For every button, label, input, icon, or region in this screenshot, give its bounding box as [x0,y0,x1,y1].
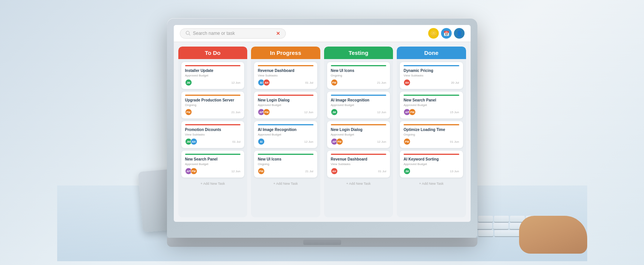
avatar: PM [190,168,197,175]
task-card[interactable]: New Search PanelApproved BudgetAPPM15 Ju… [400,92,463,118]
task-title: AI Image Recognition [258,127,313,132]
avatar: JM [185,79,192,86]
avatar: JM [331,109,338,115]
avatar: PM [336,138,343,145]
task-date: 01 Jul [232,140,240,143]
laptop-base [167,238,477,247]
avatar: AH [190,138,197,145]
task-card[interactable]: Upgrade Production ServerOngoingPM21 Jun [181,92,245,118]
task-card[interactable]: Revenue DashboardView SubtasksAH01 Jul [327,151,390,178]
avatar: JM [404,168,410,175]
card-footer: AH01 Jul [331,168,387,175]
task-date: 12 Jun [231,81,240,84]
search-box[interactable]: Search name or task ✕ [180,28,286,39]
card-stripe [331,154,387,155]
key[interactable] [478,230,493,236]
column-done: DoneDynamic PricingView SubtasksAH20 Jul… [397,47,466,217]
card-footer: APPM12 Jun [258,109,313,115]
task-card[interactable]: New UI IconsOngoingPM21 Jun [327,62,390,89]
task-subtitle: Ongoing [185,103,241,107]
add-task-button-todo[interactable]: + Add New Task [181,180,245,187]
task-card[interactable]: AI Image RecognitionApproved BudgetJM12 … [327,92,390,118]
task-subtitle: Approved Budget [258,133,313,136]
top-bar: Search name or task ✕ 🪙 📅 👤 [174,25,471,42]
task-title: New UI Icons [331,68,387,73]
task-date: 21 Jun [231,111,240,114]
task-subtitle: Approved Budget [185,74,241,77]
task-subtitle: View Subtasks [331,162,387,166]
task-date: 01 Jun [450,140,459,143]
avatar-group: JM [185,79,190,86]
task-title: New Login Dialog [331,127,387,132]
add-task-button-done[interactable]: + Add New Task [400,180,463,187]
add-task-button-testing[interactable]: + Add New Task [327,180,390,187]
task-card[interactable]: Revenue DashboardView SubtasksAIAH01 Jul [254,62,317,89]
card-footer: APPM12 Jun [185,168,241,175]
avatar: AH [404,79,410,86]
task-card[interactable]: New Login DialogApproved BudgetAPPM12 Ju… [327,121,390,148]
task-date: 21 Jun [377,81,386,84]
card-footer: AH20 Jul [404,79,459,86]
card-stripe [404,154,459,155]
kanban-board: To DoInstaller UpdateApproved BudgetJM12… [174,42,471,222]
avatar-group: JM [404,168,409,175]
screen: Search name or task ✕ 🪙 📅 👤 To DoInstall… [174,25,471,222]
task-card[interactable]: Installer UpdateApproved BudgetJM12 Jun [181,62,245,89]
card-stripe [258,95,313,96]
card-footer: PM21 Jun [331,79,387,86]
task-title: Revenue Dashboard [258,68,313,73]
task-subtitle: Approved Budget [185,162,241,166]
column-header-inprogress: In Progress [251,47,320,59]
avatar: AH [331,168,338,175]
task-title: New UI Icons [258,157,313,162]
task-card[interactable]: Optimize Loading TimeOngoingPM01 Jun [400,121,463,148]
task-card[interactable]: New Login DialogApproved BudgetAPPM12 Ju… [254,92,317,118]
task-card[interactable]: Promotion DicountsView SubtasksJMAH01 Ju… [181,121,245,148]
card-footer: APPM15 Jun [404,109,459,115]
task-date: 20 Jul [451,81,459,84]
task-card[interactable]: Dynamic PricingView SubtasksAH20 Jul [400,62,463,89]
card-footer: PM01 Jun [404,138,459,145]
task-title: Installer Update [185,68,241,73]
card-footer: PM21 Jul [258,168,313,175]
avatar-group: JMAH [185,138,196,145]
avatar-group: AH [404,79,409,86]
add-task-button-inprogress[interactable]: + Add New Task [254,180,317,187]
trackpad[interactable] [303,240,341,245]
task-date: 12 Jun [231,170,240,173]
card-stripe [404,65,459,66]
key[interactable] [493,223,508,229]
card-stripe [404,95,459,96]
task-title: New Search Panel [185,157,241,162]
avatar: AH [263,79,270,86]
card-stripe [185,124,241,125]
task-card[interactable]: AI Image RecognitionApproved BudgetAI12 … [254,121,317,148]
task-title: AI Image Recognition [331,98,387,103]
task-date: 12 Jun [304,140,313,143]
calendar-icon[interactable]: 📅 [441,28,452,39]
svg-line-1 [189,34,190,35]
user-avatar-icon[interactable]: 👤 [454,28,465,39]
column-todo: To DoInstaller UpdateApproved BudgetJM12… [178,47,248,217]
column-testing: TestingNew UI IconsOngoingPM21 JunAI Ima… [324,47,393,217]
card-stripe [185,65,241,66]
task-card[interactable]: New Search PanelApproved BudgetAPPM12 Ju… [181,151,245,178]
task-title: Upgrade Production Server [185,98,241,103]
avatar-group: JM [331,109,336,115]
task-card[interactable]: New UI IconsOngoingPM21 Jul [254,151,317,178]
top-icons-group: 🪙 📅 👤 [428,28,465,39]
task-title: Revenue Dashboard [331,157,387,162]
search-clear-button[interactable]: ✕ [276,31,280,36]
key[interactable] [494,216,509,222]
card-footer: APPM12 Jun [331,138,387,145]
task-card[interactable]: AI Keyword SortingApproved BudgetJM13 Ju… [400,151,463,178]
card-stripe [258,154,313,155]
coin-icon[interactable]: 🪙 [428,28,439,39]
task-subtitle: Approved Budget [404,103,459,107]
card-footer: JM13 Jun [404,168,459,175]
avatar-group: PM [258,168,263,175]
card-stripe [185,154,241,155]
card-footer: PM21 Jun [185,109,241,115]
key[interactable] [478,216,493,222]
task-title: Dynamic Pricing [404,68,459,73]
